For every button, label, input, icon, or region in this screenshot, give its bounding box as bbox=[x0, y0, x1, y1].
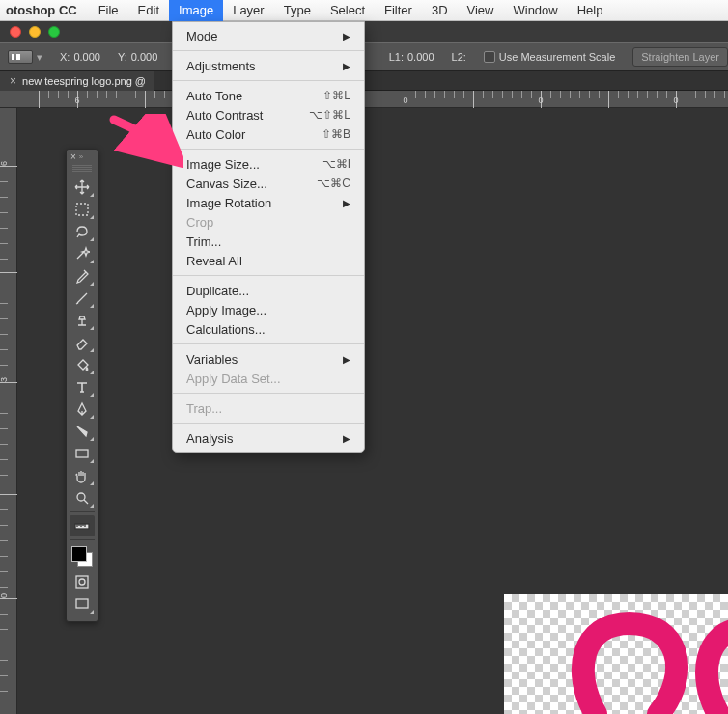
logo-graphic bbox=[504, 594, 728, 714]
app-name: otoshop CC bbox=[0, 3, 89, 17]
wand-tool[interactable] bbox=[70, 243, 95, 264]
menu-item-apply-data-set: Apply Data Set... bbox=[173, 369, 364, 388]
svg-rect-9 bbox=[76, 576, 88, 588]
menubar-item-3d[interactable]: 3D bbox=[422, 0, 458, 21]
rect-tool[interactable] bbox=[70, 443, 95, 464]
svg-point-2 bbox=[77, 493, 85, 501]
path-tool[interactable] bbox=[70, 421, 95, 442]
menu-item-mode[interactable]: Mode▶ bbox=[173, 26, 364, 45]
menu-item-trap: Trap... bbox=[173, 398, 364, 418]
tool-palette[interactable]: × » bbox=[66, 149, 98, 622]
menu-item-auto-contrast[interactable]: Auto Contrast⌥⇧⌘L bbox=[173, 105, 364, 124]
eraser-tool[interactable] bbox=[70, 332, 95, 353]
close-window-button[interactable] bbox=[10, 26, 21, 38]
svg-rect-11 bbox=[76, 599, 88, 608]
pen-tool[interactable] bbox=[70, 398, 95, 420]
menubar-item-edit[interactable]: Edit bbox=[128, 0, 169, 21]
hand-tool[interactable] bbox=[70, 465, 95, 486]
vertical-ruler[interactable]: 630 bbox=[0, 108, 17, 714]
menubar-item-type[interactable]: Type bbox=[274, 0, 321, 21]
menu-item-adjustments[interactable]: Adjustments▶ bbox=[173, 56, 364, 75]
palette-collapse-icon[interactable]: » bbox=[79, 152, 83, 161]
type-tool[interactable] bbox=[70, 376, 95, 398]
menu-item-variables[interactable]: Variables▶ bbox=[173, 349, 364, 369]
menu-item-analysis[interactable]: Analysis▶ bbox=[173, 428, 364, 448]
menu-item-auto-tone[interactable]: Auto Tone⇧⌘L bbox=[173, 86, 364, 105]
menu-item-image-size[interactable]: Image Size...⌥⌘I bbox=[173, 154, 364, 174]
menu-item-duplicate[interactable]: Duplicate... bbox=[173, 281, 364, 300]
straighten-layer-button[interactable]: Straighten Layer bbox=[632, 47, 728, 67]
system-menubar: otoshop CC FileEditImageLayerTypeSelectF… bbox=[0, 0, 728, 21]
menubar-item-view[interactable]: View bbox=[458, 0, 504, 21]
document-tab-label: new teespring logo.png @ bbox=[22, 75, 146, 87]
ruler-tool[interactable] bbox=[70, 515, 95, 536]
y-value: 0.000 bbox=[131, 51, 158, 63]
marquee-tool[interactable] bbox=[70, 199, 95, 220]
checkbox-icon bbox=[484, 51, 495, 63]
lasso-tool[interactable] bbox=[70, 221, 95, 242]
quick-mask-toggle[interactable] bbox=[70, 571, 95, 592]
menu-item-image-rotation[interactable]: Image Rotation▶ bbox=[173, 193, 364, 212]
menu-item-auto-color[interactable]: Auto Color⇧⌘B bbox=[173, 124, 364, 144]
x-label: X: bbox=[60, 51, 70, 63]
menu-item-apply-image[interactable]: Apply Image... bbox=[173, 300, 364, 319]
menu-item-reveal-all[interactable]: Reveal All bbox=[173, 251, 364, 270]
minimize-window-button[interactable] bbox=[29, 26, 41, 38]
menubar-item-file[interactable]: File bbox=[89, 0, 128, 21]
brushheal-tool[interactable] bbox=[70, 288, 95, 309]
svg-rect-1 bbox=[76, 450, 88, 457]
close-tab-icon[interactable]: × bbox=[0, 74, 22, 88]
svg-rect-0 bbox=[76, 204, 88, 215]
zoom-tool[interactable] bbox=[70, 487, 95, 508]
ruler-tool-icon[interactable] bbox=[8, 50, 33, 64]
l1-value: 0.000 bbox=[407, 51, 434, 63]
palette-close-icon[interactable]: × bbox=[70, 151, 76, 162]
document-tab[interactable]: × new teespring logo.png @ bbox=[0, 71, 154, 91]
menubar-item-window[interactable]: Window bbox=[503, 0, 567, 21]
menu-item-canvas-size[interactable]: Canvas Size...⌥⌘C bbox=[173, 174, 364, 193]
l2-label: L2: bbox=[452, 51, 466, 63]
palette-grip[interactable] bbox=[72, 165, 92, 173]
color-swatch[interactable] bbox=[70, 546, 95, 567]
screen-mode-toggle[interactable] bbox=[70, 593, 95, 615]
canvas-image-area[interactable] bbox=[504, 594, 728, 714]
l1-label: L1: bbox=[389, 51, 404, 63]
bucket-tool[interactable] bbox=[70, 354, 95, 375]
menu-item-crop: Crop bbox=[173, 212, 364, 232]
x-value: 0.000 bbox=[73, 51, 100, 63]
palette-header[interactable]: × » bbox=[67, 150, 98, 163]
menubar-item-image[interactable]: Image bbox=[169, 0, 223, 21]
image-menu-dropdown: Mode▶Adjustments▶Auto Tone⇧⌘LAuto Contra… bbox=[172, 21, 365, 453]
menu-item-calculations[interactable]: Calculations... bbox=[173, 319, 364, 339]
use-measurement-toggle[interactable]: Use Measurement Scale bbox=[484, 51, 615, 63]
menubar-item-layer[interactable]: Layer bbox=[223, 0, 274, 21]
move-tool[interactable] bbox=[70, 177, 95, 198]
menu-item-trim[interactable]: Trim... bbox=[173, 232, 364, 251]
clone-tool[interactable] bbox=[70, 310, 95, 331]
menubar-item-help[interactable]: Help bbox=[568, 0, 613, 21]
menubar-item-filter[interactable]: Filter bbox=[375, 0, 422, 21]
svg-point-10 bbox=[79, 579, 85, 585]
zoom-window-button[interactable] bbox=[48, 26, 60, 38]
menubar-item-select[interactable]: Select bbox=[321, 0, 375, 21]
eyedrop-tool[interactable] bbox=[70, 265, 95, 287]
foreground-color[interactable] bbox=[71, 546, 87, 562]
y-label: Y: bbox=[118, 51, 127, 63]
